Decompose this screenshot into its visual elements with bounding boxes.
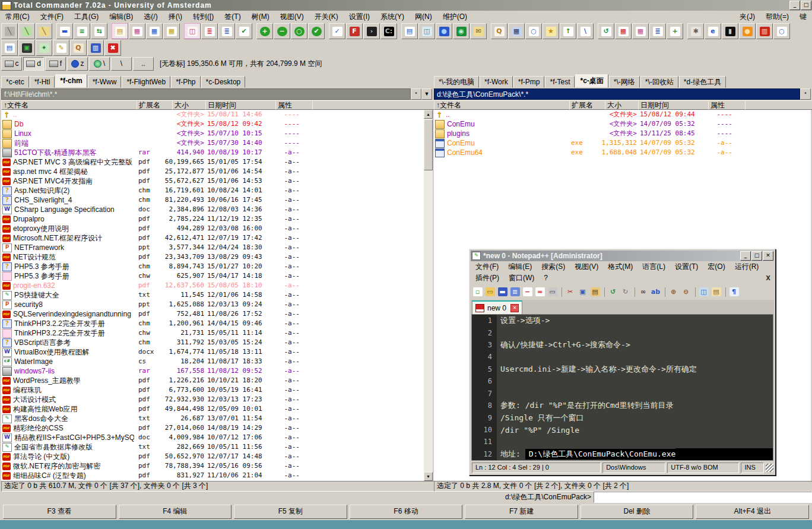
- menu-item-3[interactable]: 编辑(B): [104, 11, 138, 23]
- network-root-button[interactable]: \: [89, 57, 110, 71]
- network-icon[interactable]: ●: [436, 23, 452, 39]
- multi-rename-icon[interactable]: ✔: [236, 23, 252, 39]
- root-dir-button[interactable]: \: [111, 57, 132, 71]
- tree-check-icon[interactable]: ✓: [329, 23, 345, 39]
- menu-item-14[interactable]: 维护(O): [437, 11, 472, 23]
- table-row[interactable]: ConEmu<文件夹>14/07/09 05:32----: [434, 119, 811, 129]
- find-icon[interactable]: ∞: [637, 286, 649, 297]
- table-row[interactable]: PDF构建高性能Web应用pdf49,844,49812/05/09 10:01…: [1, 404, 424, 414]
- menu-item-11[interactable]: 设置(I): [344, 11, 375, 23]
- table-row[interactable]: PDFprogit-en.632pdf12,637,56015/08/05 18…: [1, 281, 424, 290]
- drive-c-button[interactable]: c: [1, 57, 22, 71]
- right-tab-5[interactable]: *\-网络: [609, 76, 640, 88]
- npp-menu-item-6[interactable]: 设置(T): [670, 261, 703, 273]
- npp-menu-item-1[interactable]: 编辑(E): [503, 261, 537, 273]
- editor-line[interactable]: 11: [472, 436, 773, 448]
- altf4-exit-button[interactable]: Alt+F4 退出: [696, 505, 809, 519]
- table-row[interactable]: PHP5.3 参考手册chw625,90715/04/17 14:18-a--: [1, 271, 424, 281]
- zoom-in-icon[interactable]: ⊕: [668, 286, 679, 297]
- table-row[interactable]: PDF微软.NET程序的加密与解密pdf78,788,39412/05/16 0…: [1, 461, 424, 471]
- left-scrollbar[interactable]: ▲ ▼: [424, 110, 433, 481]
- table-row[interactable]: ✎黑客dos命令大全txt26,68713/07/01 11:54-a--: [1, 414, 424, 423]
- menu-right-item-0[interactable]: 夹(J): [734, 11, 760, 23]
- system-icon[interactable]: ✦: [36, 40, 52, 56]
- blue-list-icon[interactable]: ≣: [649, 23, 666, 39]
- table-row[interactable]: ?ThinkPHP3.2.2完全开发手册chm1,200,96114/04/15…: [1, 319, 424, 328]
- editor-line[interactable]: 6: [472, 375, 773, 387]
- table-row[interactable]: ✎PS快捷键大全txt11,54512/01/06 14:58-a--: [1, 290, 424, 300]
- dos-box-icon[interactable]: C:: [380, 23, 397, 39]
- right-tab-4[interactable]: *c-桌面: [575, 74, 608, 88]
- table-row[interactable]: PDF编程珠玑pdf6,773,60010/05/19 16:41-a--: [1, 385, 424, 395]
- maximize-button[interactable]: □: [801, 1, 811, 10]
- f3-view-button[interactable]: F3 查看: [3, 505, 116, 519]
- f4-edit-button[interactable]: F4 编辑: [119, 505, 232, 519]
- red-grid-icon[interactable]: ▦: [615, 23, 632, 39]
- npp-menu2-item-0[interactable]: 插件(P): [471, 273, 504, 284]
- table-row[interactable]: ?CHS_Silverlight_4chm81,220,49310/06/16 …: [1, 195, 424, 205]
- table-row[interactable]: PDFASP.NET MVC4开发指南pdf55,672,62715/01/06…: [1, 176, 424, 186]
- favorites-icon[interactable]: ★: [543, 23, 559, 39]
- sync-wrench-icon[interactable]: ╲: [18, 23, 35, 39]
- menu-item-6[interactable]: 转到([): [188, 11, 219, 23]
- editor-line[interactable]: 9/Single 只有一个窗口: [472, 411, 773, 423]
- filezilla-icon[interactable]: F: [346, 23, 363, 39]
- copy-icon[interactable]: ▣: [577, 286, 588, 297]
- npp-menu-item-3[interactable]: 视图(V): [570, 261, 603, 273]
- editor-line[interactable]: 12地址: D:\绿色工具\ConEmuPack\ConEmu.exe: [472, 448, 773, 460]
- npp-menu2-item-2[interactable]: ?: [539, 273, 553, 284]
- column-header-2[interactable]: 大小: [605, 100, 640, 110]
- table-row[interactable]: PDFWordPress_主题教學pdf1,226,21610/10/21 18…: [1, 376, 424, 385]
- menu-item-2[interactable]: 工具(G): [69, 11, 104, 23]
- menu-item-9[interactable]: 视图(V): [275, 11, 309, 23]
- table-row[interactable]: WVirtualBox使用教程图解docx1,674,77411/05/18 1…: [1, 347, 424, 357]
- viewer-icon[interactable]: ◫: [418, 23, 435, 39]
- group-icon[interactable]: ▦: [508, 23, 525, 39]
- npp-menu-item-7[interactable]: 宏(O): [703, 261, 729, 273]
- table-row[interactable]: WCSharp Language Specificationdoc2,384,8…: [1, 205, 424, 214]
- unpack-files-icon[interactable]: −: [274, 23, 290, 39]
- undo-icon[interactable]: ↺: [607, 286, 618, 297]
- equal-panels-icon[interactable]: ≡: [74, 23, 90, 39]
- column-header-4[interactable]: 属性: [708, 100, 747, 110]
- table-row[interactable]: PDFMicrosoft.NET.框架程序设计pdf42,612,47112/0…: [1, 233, 424, 243]
- globe-icon[interactable]: ◉: [453, 23, 470, 39]
- table-row[interactable]: W精品教程IIS+FastCGI+PHP5.3+MySQL..doc4,009,…: [1, 433, 424, 442]
- notepad-close-button[interactable]: ✕: [763, 251, 773, 261]
- user-wrench-icon[interactable]: ╲: [36, 23, 52, 39]
- right-tab-2[interactable]: *f-Pmp: [513, 76, 545, 88]
- right-tab-1[interactable]: *f-Work: [480, 76, 513, 88]
- table-row[interactable]: 51CTO下载-精通脚本黑客rar414,94010/08/19 10:17-a…: [1, 148, 424, 157]
- mail-icon[interactable]: ✉: [470, 23, 487, 39]
- right-filter-button[interactable]: *: [800, 88, 811, 100]
- refresh-icon[interactable]: ↺: [598, 23, 614, 39]
- orange-ball-icon[interactable]: ●: [739, 23, 756, 39]
- swap-panels-icon[interactable]: ⇆: [91, 23, 107, 39]
- split-panels-icon[interactable]: ▬: [56, 23, 73, 39]
- redo-icon[interactable]: ↻: [620, 286, 631, 297]
- drive-f-button[interactable]: f: [45, 57, 66, 71]
- table-row[interactable]: PDF算法导论 (中文版)pdf50,652,97012/07/17 14:48…: [1, 452, 424, 461]
- f6-move-button[interactable]: F6 移动: [350, 505, 463, 519]
- word-wrap-icon[interactable]: ¶: [728, 286, 740, 297]
- terminal-black-icon[interactable]: ▮: [722, 23, 738, 39]
- replace-icon[interactable]: ab: [650, 286, 661, 297]
- table-row[interactable]: ?VBScript语言参考chm311,79215/03/05 15:24-a-…: [1, 338, 424, 347]
- editor-area[interactable]: 1设置->选项->23确认/快捷键->Ctrl+G->搜索命令->45Userc…: [471, 314, 773, 461]
- verify-checksums-icon[interactable]: ✔: [308, 23, 325, 39]
- editor-line[interactable]: 4: [472, 351, 773, 363]
- f7-newfolder-button[interactable]: F7 新建: [465, 505, 578, 519]
- left-tab-1[interactable]: *f-Htl: [30, 76, 55, 88]
- npp-menu-item-8[interactable]: 运行(R): [730, 261, 764, 273]
- root-dir-icon[interactable]: \: [577, 23, 594, 39]
- editor-line[interactable]: 10/dir "%P" /Single: [472, 424, 773, 436]
- table-row[interactable]: Psecurity8ppt1,625,08812/03/13 09:24-a--: [1, 300, 424, 309]
- left-filter-button[interactable]: *: [411, 88, 421, 100]
- column-header-3[interactable]: 日期时间: [205, 100, 277, 110]
- right-tab-6[interactable]: *\-回收站: [640, 76, 678, 88]
- table-row[interactable]: ↑..<文件夹>15/08/11 14:46----: [1, 110, 424, 119]
- scroll-down-icon[interactable]: ▼: [424, 472, 433, 481]
- column-header-1[interactable]: 扩展名: [569, 100, 607, 110]
- npp-menu-item-2[interactable]: 搜索(S): [537, 261, 570, 273]
- table-row[interactable]: windows7-iisrar167,55811/08/12 09:52-a--: [1, 366, 424, 376]
